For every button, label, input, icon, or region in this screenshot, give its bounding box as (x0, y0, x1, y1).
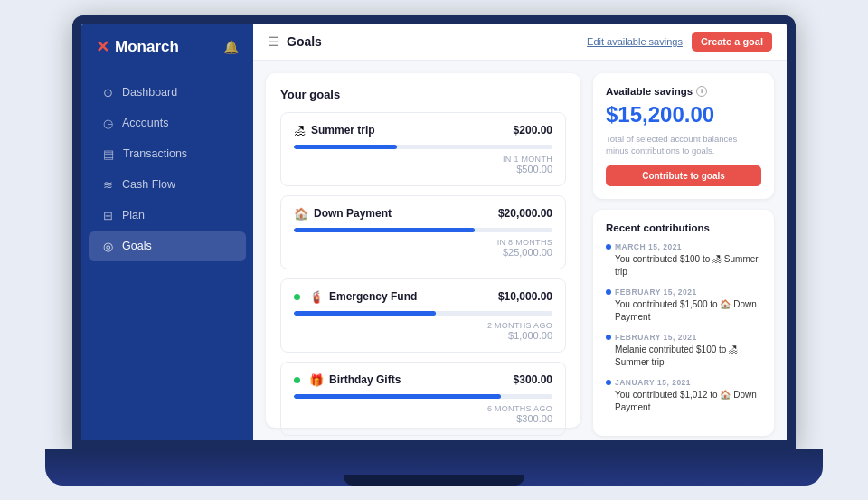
progress-bar-fill (294, 228, 475, 232)
progress-bar-bg (294, 228, 552, 232)
sidebar-item-dashboard[interactable]: ⊙ Dashboard (89, 78, 246, 108)
status-dot (294, 294, 300, 300)
goal-monthly: $1,000.00 (508, 330, 552, 341)
bell-icon[interactable]: 🔔 (223, 40, 239, 54)
contrib-text: You contributed $1,012 to 🏠 Down Payment (606, 389, 761, 414)
contrib-item-2: February 15, 2021 Melanie contributed $1… (606, 333, 761, 369)
goal-emoji: 🏖 (294, 124, 306, 137)
nav-list: ⊙ Dashboard ◷ Accounts ▤ Transactions ≋ … (81, 70, 253, 440)
goal-item-emergency-fund[interactable]: 🧯 Emergency Fund $10,000.00 2 MONTHS AGO (280, 278, 566, 353)
main-content: ☰ Goals Edit available savings Create a … (253, 24, 787, 440)
edit-savings-button[interactable]: Edit available savings (587, 36, 683, 47)
sidebar-item-label: Cash Flow (122, 178, 175, 191)
goal-name: Emergency Fund (329, 290, 417, 303)
goal-item-summer-trip[interactable]: 🏖 Summer trip $200.00 IN 1 MONTH $500.0 (280, 112, 566, 186)
topbar: ☰ Goals Edit available savings Create a … (253, 24, 787, 61)
progress-bar-fill (294, 394, 501, 399)
goal-amount: $300.00 (514, 373, 552, 386)
contrib-text: Melanie contributed $100 to 🏖 Summer tri… (606, 344, 761, 369)
transactions-icon: ▤ (103, 147, 114, 161)
goal-timeline: 6 MONTHS AGO (487, 404, 552, 413)
goal-footer: IN 1 MONTH $500.00 (294, 155, 552, 175)
cashflow-icon: ≋ (103, 178, 113, 192)
progress-bar-bg (294, 311, 552, 316)
goal-emoji: 🎁 (309, 373, 324, 387)
goal-name-wrap: 🧯 Emergency Fund (294, 290, 417, 304)
sidebar-item-label: Accounts (122, 117, 168, 129)
progress-bar-fill (294, 311, 436, 316)
sidebar-item-label: Dashboard (122, 86, 177, 99)
contrib-item-0: March 15, 2021 You contributed $100 to 🏖… (606, 242, 761, 278)
savings-card: Available savings i $15,200.00 Total of … (593, 73, 774, 200)
goal-header: 🧯 Emergency Fund $10,000.00 (294, 290, 552, 304)
goal-monthly: $500.00 (516, 164, 552, 175)
goal-amount: $20,000.00 (498, 207, 552, 220)
goal-timeline: IN 8 MONTHS (497, 238, 552, 247)
contrib-dot (606, 289, 611, 295)
goal-name: Birthday Gifts (329, 373, 401, 386)
goal-header: 🏖 Summer trip $200.00 (294, 124, 552, 137)
goal-header: 🎁 Birthday Gifts $300.00 (294, 373, 552, 387)
laptop-base (45, 449, 823, 486)
goal-item-birthday-gifts[interactable]: 🎁 Birthday Gifts $300.00 6 MONTHS AGO $ (280, 362, 566, 436)
goal-timeline: IN 1 MONTH (503, 155, 552, 164)
goal-monthly: $25,000.00 (503, 247, 552, 258)
sidebar-item-transactions[interactable]: ▤ Transactions (89, 139, 246, 169)
plan-icon: ⊞ (103, 209, 113, 222)
sidebar-item-accounts[interactable]: ◷ Accounts (89, 108, 246, 138)
right-panel: Available savings i $15,200.00 Total of … (593, 73, 774, 428)
goal-footer: 6 MONTHS AGO $300.00 (294, 404, 552, 424)
goal-name-wrap: 🎁 Birthday Gifts (294, 373, 401, 387)
topbar-left: ☰ Goals (268, 34, 322, 49)
contrib-date: February 15, 2021 (606, 333, 761, 342)
app-container: ✕ Monarch 🔔 ⊙ Dashboard ◷ Accounts (81, 24, 787, 440)
sidebar: ✕ Monarch 🔔 ⊙ Dashboard ◷ Accounts (81, 24, 253, 440)
goal-name: Down Payment (314, 207, 392, 220)
goal-footer: 2 MONTHS AGO $1,000.00 (294, 321, 552, 341)
savings-desc: Total of selected account balances minus… (606, 133, 761, 157)
contribute-button[interactable]: Contribute to goals (606, 165, 761, 186)
goal-emoji: 🏠 (294, 207, 308, 221)
content-area: Your goals 🏖 Summer trip $200.00 (253, 61, 787, 440)
logo: ✕ Monarch (96, 37, 179, 57)
goals-panel: Your goals 🏖 Summer trip $200.00 (266, 73, 580, 428)
goal-item-down-payment[interactable]: 🏠 Down Payment $20,000.00 IN 8 MONTHS $ (280, 195, 566, 269)
goal-emoji: 🧯 (309, 290, 324, 304)
goal-name-wrap: 🏠 Down Payment (294, 207, 392, 221)
progress-bar-fill (294, 145, 397, 149)
contrib-text: You contributed $1,500 to 🏠 Down Payment (606, 298, 761, 324)
contributions-title: Recent contributions (606, 222, 761, 233)
dashboard-icon: ⊙ (103, 86, 113, 99)
status-dot (294, 377, 300, 383)
contrib-date: January 15, 2021 (606, 378, 761, 387)
contrib-dot (606, 380, 611, 385)
goal-footer: IN 8 MONTHS $25,000.00 (294, 238, 552, 258)
accounts-icon: ◷ (103, 117, 113, 130)
sidebar-item-label: Plan (122, 209, 145, 222)
savings-amount: $15,200.00 (606, 102, 761, 127)
sidebar-item-plan[interactable]: ⊞ Plan (89, 201, 246, 231)
sidebar-header: ✕ Monarch 🔔 (81, 24, 253, 70)
sidebar-item-goals[interactable]: ◎ Goals (89, 231, 246, 261)
hamburger-icon[interactable]: ☰ (268, 34, 279, 49)
create-goal-button[interactable]: Create a goal (692, 32, 772, 52)
goal-header: 🏠 Down Payment $20,000.00 (294, 207, 552, 221)
contrib-dot (606, 335, 611, 340)
contrib-dot (606, 244, 611, 250)
info-icon[interactable]: i (696, 86, 707, 97)
contrib-date: March 15, 2021 (606, 242, 761, 251)
sidebar-item-label: Transactions (123, 147, 187, 160)
savings-title: Available savings i (606, 86, 761, 97)
progress-bar-bg (294, 145, 552, 149)
contributions-card: Recent contributions March 15, 2021 You … (593, 210, 774, 436)
contrib-item-1: February 15, 2021 You contributed $1,500… (606, 288, 761, 324)
logo-text: Monarch (115, 38, 179, 56)
sidebar-item-label: Goals (122, 240, 152, 252)
goal-name-wrap: 🏖 Summer trip (294, 124, 375, 137)
goal-monthly: $300.00 (516, 413, 552, 424)
sidebar-item-cashflow[interactable]: ≋ Cash Flow (89, 170, 246, 200)
goals-icon: ◎ (103, 240, 113, 253)
topbar-actions: Edit available savings Create a goal (587, 32, 772, 52)
goal-amount: $200.00 (514, 124, 552, 137)
logo-icon: ✕ (96, 37, 109, 57)
